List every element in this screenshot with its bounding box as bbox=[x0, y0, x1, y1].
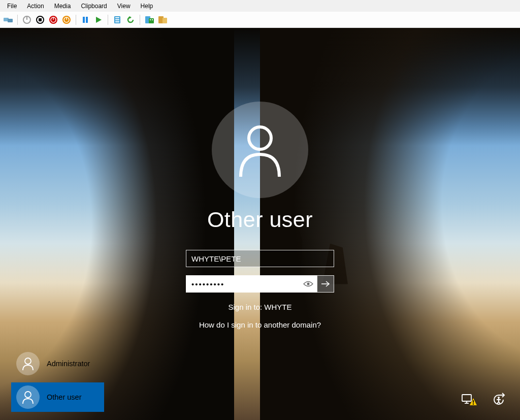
pause-icon[interactable] bbox=[79, 14, 91, 26]
menu-bar: File Action Media Clipboard View Help bbox=[0, 0, 520, 12]
ease-of-access-button[interactable] bbox=[490, 391, 508, 409]
svg-line-42 bbox=[499, 402, 500, 404]
svg-rect-5 bbox=[39, 18, 42, 21]
reveal-password-button[interactable] bbox=[303, 278, 314, 289]
checkpoint-icon[interactable] bbox=[111, 14, 123, 26]
ease-of-access-icon bbox=[491, 392, 506, 407]
toolbar-separator bbox=[108, 15, 108, 25]
svg-rect-16 bbox=[115, 17, 119, 18]
avatar-icon bbox=[16, 352, 40, 375]
svg-marker-19 bbox=[129, 16, 132, 19]
svg-rect-18 bbox=[115, 21, 119, 22]
svg-rect-21 bbox=[149, 18, 154, 23]
user-tile-other-user[interactable]: Other user bbox=[11, 382, 104, 412]
menu-media[interactable]: Media bbox=[49, 1, 76, 12]
domain-help-link[interactable]: How do I sign in to another domain? bbox=[199, 320, 321, 329]
svg-rect-12 bbox=[83, 17, 85, 23]
toolbar bbox=[0, 12, 520, 28]
person-icon bbox=[21, 357, 35, 371]
revert-icon[interactable] bbox=[124, 14, 137, 26]
svg-point-27 bbox=[307, 283, 310, 285]
shutdown-orange-icon[interactable] bbox=[60, 14, 73, 26]
svg-rect-17 bbox=[115, 19, 119, 20]
devices-icon[interactable] bbox=[2, 14, 14, 26]
svg-point-38 bbox=[498, 397, 500, 399]
enhanced-session-icon[interactable] bbox=[143, 14, 155, 26]
user-tile-label: Administrator bbox=[47, 360, 90, 368]
user-avatar bbox=[212, 102, 308, 198]
svg-point-26 bbox=[249, 127, 271, 149]
username-input[interactable] bbox=[186, 250, 334, 267]
svg-rect-23 bbox=[152, 19, 153, 20]
svg-rect-13 bbox=[86, 17, 88, 23]
power-gray-icon[interactable] bbox=[21, 14, 33, 26]
toolbar-separator bbox=[17, 15, 18, 25]
login-fields bbox=[186, 250, 334, 293]
person-icon bbox=[21, 390, 35, 404]
svg-point-30 bbox=[25, 392, 31, 398]
user-tile-label: Other user bbox=[47, 393, 82, 401]
stop-icon[interactable] bbox=[34, 14, 46, 26]
avatar-icon bbox=[16, 385, 40, 409]
play-icon[interactable] bbox=[92, 14, 105, 26]
menu-clipboard[interactable]: Clipboard bbox=[76, 1, 112, 12]
accessibility-panel bbox=[460, 391, 508, 409]
menu-file[interactable]: File bbox=[2, 1, 22, 12]
network-status-button[interactable] bbox=[460, 391, 478, 409]
person-icon bbox=[235, 122, 285, 178]
login-title: Other user bbox=[207, 207, 313, 232]
svg-rect-1 bbox=[8, 19, 13, 22]
shutdown-red-icon[interactable] bbox=[47, 14, 59, 26]
toolbar-separator bbox=[140, 15, 140, 25]
share-icon[interactable] bbox=[156, 14, 169, 26]
svg-rect-31 bbox=[462, 395, 471, 401]
svg-rect-22 bbox=[150, 19, 151, 20]
submit-button[interactable] bbox=[317, 275, 334, 293]
svg-point-29 bbox=[25, 358, 31, 364]
menu-view[interactable]: View bbox=[112, 1, 136, 12]
svg-rect-25 bbox=[162, 18, 167, 23]
sign-in-to-label: Sign in to: WHYTE bbox=[228, 303, 291, 311]
arrow-right-icon bbox=[320, 280, 331, 288]
eye-icon bbox=[303, 280, 313, 287]
user-accounts-list: Administrator Other user bbox=[11, 349, 104, 412]
user-tile-administrator[interactable]: Administrator bbox=[11, 349, 104, 378]
password-row bbox=[186, 275, 334, 293]
menu-action[interactable]: Action bbox=[22, 1, 49, 12]
lock-screen: Other user bbox=[0, 28, 520, 420]
toolbar-separator bbox=[76, 15, 76, 25]
svg-point-36 bbox=[473, 403, 474, 404]
network-warning-icon bbox=[461, 393, 477, 406]
menu-help[interactable]: Help bbox=[136, 1, 158, 12]
password-input[interactable] bbox=[186, 275, 317, 293]
svg-marker-14 bbox=[96, 17, 102, 23]
